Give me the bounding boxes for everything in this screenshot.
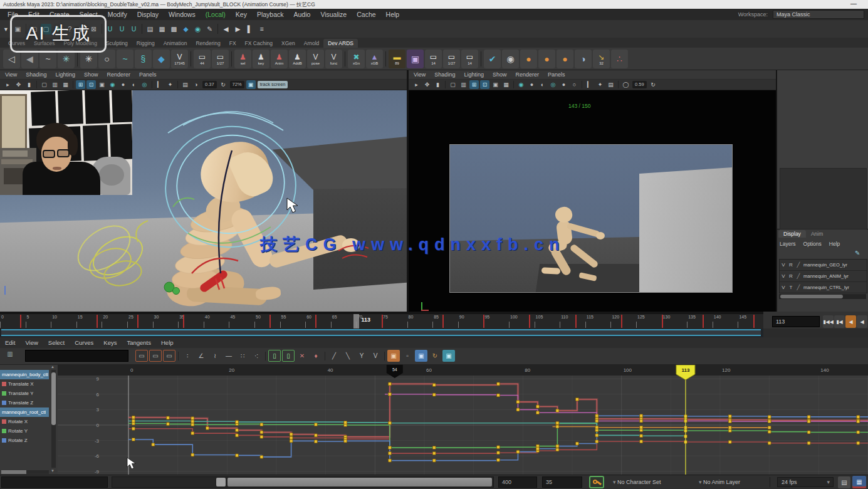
right-vp-tool-16[interactable]: ○: [570, 80, 579, 89]
right-vp-tool-4[interactable]: ▢: [448, 80, 458, 89]
auto-keyframe-toggle[interactable]: [589, 476, 604, 488]
shelf-icon-16[interactable]: ♟key: [253, 50, 269, 68]
left-vp-tool-value-23[interactable]: 72%: [230, 81, 244, 88]
left-vp-tool-13[interactable]: ◐: [129, 80, 139, 89]
play-backwards[interactable]: ◀: [857, 315, 867, 328]
right-vp-tool-18[interactable]: ▎: [585, 80, 594, 89]
layer-name[interactable]: mannequin_ANIM_lyr: [802, 273, 849, 279]
ge-tool-0[interactable]: ▭: [135, 350, 148, 362]
shelf-icon-26[interactable]: ▣: [407, 50, 424, 68]
left-vp-tool-14[interactable]: ◎: [140, 80, 149, 89]
left-viewport-3d-scene[interactable]: [0, 90, 407, 312]
graph-editor-menu-select[interactable]: Select: [48, 339, 65, 346]
right-vp-tool-8[interactable]: ▣: [491, 80, 500, 89]
range-slider[interactable]: [0, 329, 763, 337]
workspace-dropdown[interactable]: Maya Classic: [773, 10, 864, 19]
left-vp-menu-lighting[interactable]: Lighting: [55, 71, 75, 78]
shelf-icon-15[interactable]: ♟sel: [234, 50, 251, 68]
left-vp-tool-value-21[interactable]: 0.37: [202, 81, 217, 88]
right-vp-tool-value-23[interactable]: 0.59: [632, 81, 647, 88]
layer-hscrollbar[interactable]: [779, 294, 866, 299]
left-vp-menu-show[interactable]: Show: [84, 71, 98, 78]
outliner-channel-row[interactable]: Translate X: [0, 379, 49, 389]
menu-item-help[interactable]: Help: [381, 9, 405, 20]
shelf-icon-34[interactable]: ●: [538, 50, 555, 68]
layer-menu-help[interactable]: Help: [829, 241, 840, 247]
shelf-icon-27[interactable]: ▭14: [425, 50, 442, 68]
layer-menu-layers[interactable]: Layers: [780, 241, 796, 247]
minimize-button[interactable]: —: [850, 0, 857, 8]
graph-editor-search-field[interactable]: [25, 350, 128, 362]
layer-visibility-toggle[interactable]: V: [780, 285, 787, 290]
graph-editor-menu-curves[interactable]: Curves: [75, 339, 93, 346]
layer-type-toggle[interactable]: R: [787, 273, 795, 279]
shelf-tab-rendering[interactable]: Rendering: [191, 39, 224, 48]
ge-tool-1[interactable]: ▭: [149, 350, 162, 362]
status-icon-16[interactable]: ▩: [169, 24, 179, 34]
layer-visibility-toggle[interactable]: V: [780, 262, 787, 268]
shelf-tab-arnold[interactable]: Arnold: [300, 39, 324, 48]
right-vp-menu-view[interactable]: View: [414, 71, 426, 78]
shelf-icon-8[interactable]: §: [135, 50, 152, 68]
shelf-tab-fx[interactable]: FX: [225, 39, 241, 48]
shelf-icon-37[interactable]: ↘32: [593, 50, 610, 68]
outliner-channel-row[interactable]: Translate Z: [0, 398, 49, 408]
status-icon-24[interactable]: ≡: [256, 24, 267, 34]
layer-row[interactable]: VT╱mannequin_CTRL_lyr: [780, 282, 867, 293]
shelf-icon-19[interactable]: Vpose: [307, 50, 324, 68]
playblast-black-area[interactable]: 143 / 150 persp: [409, 90, 776, 312]
outliner-hscroll-thumb[interactable]: [1, 470, 26, 474]
right-vp-tool-1[interactable]: ✥: [422, 80, 432, 89]
left-vp-menu-renderer[interactable]: Renderer: [107, 71, 130, 78]
layer-row[interactable]: VR╱mannequin_GEO_lyr: [780, 260, 867, 271]
left-vp-tool-8[interactable]: ⊞: [76, 80, 85, 89]
status-icon-15[interactable]: ▦: [157, 24, 167, 34]
shelf-icon-13[interactable]: ▭1/27: [212, 50, 229, 68]
layer-visibility-toggle[interactable]: V: [780, 273, 787, 279]
status-icon-21[interactable]: ◀: [221, 24, 231, 34]
left-vp-tool-17[interactable]: ✦: [165, 80, 175, 89]
right-vp-menu-renderer[interactable]: Renderer: [515, 71, 539, 78]
left-vp-tool-0[interactable]: ▸: [3, 80, 13, 89]
ge-tool-5[interactable]: ∠: [195, 350, 207, 362]
ge-tool-12[interactable]: ▯: [282, 350, 295, 362]
right-vp-tool-14[interactable]: ◎: [548, 80, 558, 89]
left-vp-tool-20[interactable]: ◑: [191, 80, 201, 89]
right-vp-tool-20[interactable]: ▤: [606, 80, 615, 89]
anim-layer-dropdown[interactable]: ▾ No Anim Layer: [699, 477, 740, 487]
graph-editor-menu-tangents[interactable]: Tangents: [127, 339, 151, 346]
outliner-scroll-up-arrow[interactable]: ▲: [51, 365, 55, 369]
menu-item-cache[interactable]: Cache: [352, 9, 380, 20]
status-icon-17[interactable]: ◆: [180, 24, 191, 34]
right-vp-tool-5[interactable]: ▥: [459, 80, 468, 89]
layer-type-toggle[interactable]: R: [787, 262, 795, 268]
ge-tool-7[interactable]: —: [222, 350, 235, 362]
ge-tool-8[interactable]: ∷: [236, 350, 249, 362]
ge-tool-23[interactable]: ▣: [415, 350, 427, 362]
shelf-icon-35[interactable]: ●: [557, 50, 573, 68]
left-vp-tool-19[interactable]: ▤: [180, 80, 190, 89]
menu-item-display[interactable]: Display: [132, 9, 164, 20]
shelf-icon-22[interactable]: ✖xGn: [348, 50, 365, 68]
ge-tool-21[interactable]: ▣: [387, 350, 400, 362]
status-icon-12[interactable]: U: [128, 24, 139, 34]
layer-tab-display[interactable]: Display: [778, 230, 806, 238]
stats-value-field[interactable]: 35: [542, 476, 582, 488]
shelf-icon-36[interactable]: ◑: [575, 50, 592, 68]
outliner-scroll-down-arrow[interactable]: ▼: [51, 469, 55, 473]
stats-frame-field[interactable]: 400: [498, 476, 537, 488]
ge-tool-22[interactable]: ▫: [401, 350, 414, 362]
outliner-channel-row[interactable]: mannequin_root_ctl: [0, 408, 49, 417]
menu-item-visualize[interactable]: Visualize: [315, 9, 352, 20]
ge-tool-14[interactable]: ♦: [310, 350, 322, 362]
left-vp-tool-1[interactable]: ✥: [14, 80, 23, 89]
step-back-one-key[interactable]: ▮◀: [834, 315, 845, 328]
shelf-tab-animation[interactable]: Animation: [159, 39, 192, 48]
menu-item-playback[interactable]: Playback: [252, 9, 289, 20]
left-vp-tool-22[interactable]: ↻: [219, 80, 228, 89]
layer-name[interactable]: mannequin_GEO_lyr: [802, 262, 847, 268]
ge-tool-18[interactable]: Y: [355, 350, 368, 362]
timeline-hscrollbar[interactable]: [112, 476, 494, 488]
shelf-icon-20[interactable]: Vfunc: [325, 50, 342, 68]
status-icon-11[interactable]: U: [117, 24, 127, 34]
